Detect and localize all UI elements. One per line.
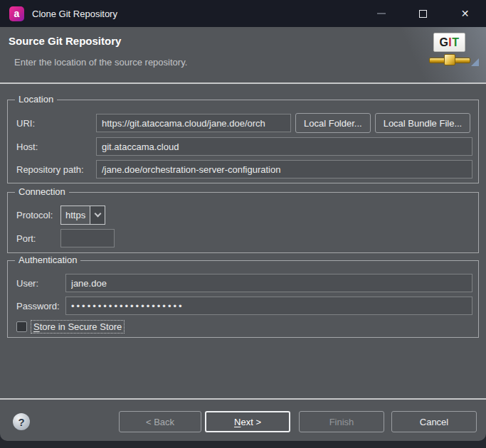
- git-logo-icon: GIT: [433, 33, 465, 52]
- user-label: User:: [16, 278, 65, 289]
- protocol-label: Protocol:: [16, 210, 60, 220]
- page-subtitle: Enter the location of the source reposit…: [14, 57, 187, 68]
- git-repository-icon: GIT: [425, 33, 475, 78]
- protocol-selected-value: https: [61, 206, 90, 224]
- cancel-button[interactable]: Cancel: [391, 411, 477, 432]
- next-rest: ext >: [241, 417, 261, 427]
- minimize-icon: [377, 13, 386, 14]
- host-input[interactable]: [96, 137, 472, 156]
- git-letter-t: T: [452, 36, 459, 49]
- store-in-secure-store-label[interactable]: Store in Secure Store: [31, 320, 125, 334]
- protocol-dropdown-arrow[interactable]: [90, 206, 105, 224]
- chevron-down-icon: [94, 210, 101, 218]
- connection-group: Connection Protocol: https Port:: [7, 192, 479, 253]
- titlebar: a Clone Git Repository ✕: [0, 0, 486, 27]
- blue-triangle-icon: [471, 58, 479, 66]
- user-input[interactable]: [65, 274, 472, 292]
- clone-git-repository-dialog: Source Git Repository Enter the location…: [0, 27, 486, 441]
- password-input[interactable]: [65, 297, 472, 315]
- protocol-row: Protocol: https: [16, 206, 472, 225]
- close-icon: ✕: [461, 9, 470, 18]
- help-button[interactable]: ?: [13, 413, 30, 430]
- checkbox-label-rest: tore in Secure Store: [40, 321, 122, 332]
- wizard-header: Source Git Repository Enter the location…: [0, 27, 486, 84]
- wizard-content: Location URI: Local Folder... Local Bund…: [0, 100, 486, 338]
- back-button[interactable]: < Back: [119, 411, 201, 432]
- user-row: User:: [16, 274, 472, 292]
- maximize-button[interactable]: [402, 0, 444, 27]
- uri-input[interactable]: [96, 114, 291, 132]
- finish-button[interactable]: Finish: [299, 411, 384, 432]
- repository-path-row: Repository path:: [16, 160, 472, 178]
- host-label: Host:: [16, 142, 96, 152]
- git-letter-g: G: [439, 36, 448, 49]
- host-row: Host:: [16, 137, 472, 156]
- repository-path-input[interactable]: [96, 160, 472, 178]
- checkbox-label-mnemonic: S: [33, 321, 40, 332]
- location-group: Location URI: Local Folder... Local Bund…: [7, 100, 479, 183]
- password-label: Password:: [16, 301, 65, 311]
- next-button[interactable]: Next >: [205, 411, 290, 432]
- next-mnemonic: N: [234, 417, 241, 427]
- uri-row: URI: Local Folder... Local Bundle File..…: [16, 113, 472, 133]
- wizard-button-bar: ? < Back Next > Finish Cancel: [0, 398, 486, 441]
- maximize-icon: [419, 10, 427, 18]
- port-row: Port:: [16, 229, 472, 247]
- store-secure-row: Store in Secure Store: [16, 320, 472, 334]
- port-label: Port:: [16, 233, 60, 244]
- uri-label: URI:: [16, 118, 96, 129]
- password-row: Password:: [16, 297, 472, 315]
- store-in-secure-store-checkbox[interactable]: [16, 321, 27, 332]
- repository-path-label: Repository path:: [16, 164, 96, 175]
- local-bundle-file-button[interactable]: Local Bundle File...: [375, 113, 471, 133]
- close-button[interactable]: ✕: [444, 0, 486, 27]
- connection-group-label: Connection: [15, 186, 69, 197]
- minimize-button[interactable]: [360, 0, 402, 27]
- local-folder-button[interactable]: Local Folder...: [295, 113, 371, 133]
- authentication-group: Authentication User: Password: Store in …: [7, 260, 479, 338]
- protocol-dropdown[interactable]: https: [60, 206, 105, 225]
- git-connector-node: [444, 54, 455, 65]
- git-connector-icon: [429, 54, 470, 67]
- authentication-group-label: Authentication: [15, 255, 80, 265]
- page-title: Source Git Repository: [9, 35, 121, 47]
- port-input[interactable]: [60, 229, 115, 247]
- window-title: Clone Git Repository: [32, 9, 117, 19]
- location-group-label: Location: [15, 94, 57, 105]
- ataccama-logo-icon: a: [9, 6, 24, 21]
